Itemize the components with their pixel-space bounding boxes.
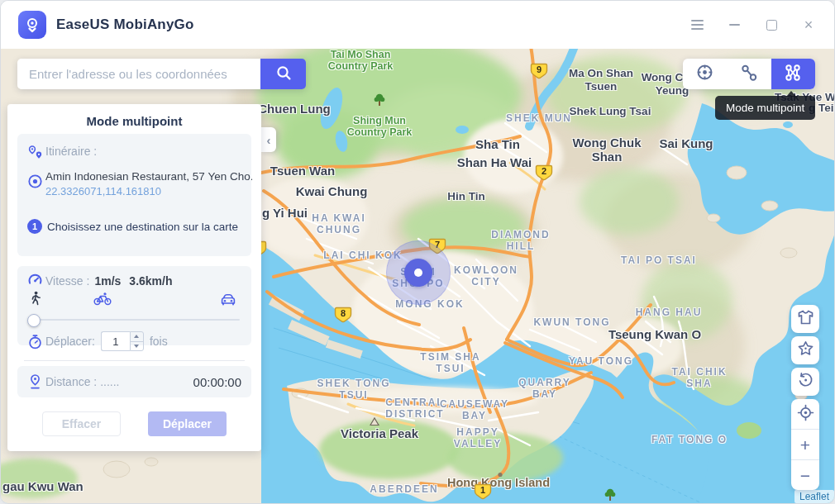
zoom-in-button[interactable]: + [791,429,819,459]
multi-spot-mode-button[interactable] [771,59,815,89]
car-icon[interactable] [220,292,236,309]
map-canvas[interactable]: Tai Mo Shan Country ParkChuen LungShing … [1,49,835,504]
walk-icon[interactable] [29,291,42,309]
map-label: ABERDEEN [370,484,438,496]
speed-value: 1m/s3.6km/h [94,274,172,288]
move-button[interactable]: Déplacer [148,411,227,436]
gauge-icon [27,273,45,288]
map-label: Hin Tin [447,190,485,203]
stepper-down-icon[interactable] [131,342,143,351]
route-shield: 1 [474,483,492,501]
route-shield: 8 [334,307,352,324]
app-title: EaseUS MobiAnyGo [56,17,194,33]
map-label: Kwai Chung [296,184,368,198]
panel-divider [24,360,245,361]
maximize-icon[interactable] [764,17,779,32]
zoom-control-group: + − [791,399,819,490]
two-dots-link-icon [740,64,758,85]
map-label: Tai Mo Shan Country Park [328,49,394,72]
minimize-icon[interactable] [727,17,742,32]
route-pins-icon [27,145,45,161]
target-icon [27,170,45,189]
menu-icon[interactable] [689,17,704,32]
panel-title: Mode multipoint [17,114,251,128]
multi-spot-icon [783,63,803,86]
search-icon [274,64,293,84]
map-label: FAT TONG O [651,435,728,446]
peak-icon [369,415,380,430]
two-spot-mode-button[interactable] [727,59,771,89]
map-label: Shan Ha Wai [457,155,532,169]
mode-toolbar [683,59,815,89]
map-label: Hong Kong Island [447,476,550,490]
zoom-out-button[interactable]: − [791,459,819,490]
teleport-mode-button[interactable] [683,59,727,89]
search-button[interactable] [260,59,306,89]
itinerary-label: Itinéraire : [45,145,97,158]
locate-icon [797,404,814,425]
dot-icon [498,466,503,481]
speed-block: Vitesse : 1m/s3.6km/h [17,266,251,345]
map-label: gau Kwu Wan [2,479,84,493]
count-stepper [130,331,144,351]
map-label: HAPPY VALLEY [454,427,502,450]
map-label: KOWLOON CITY [454,265,518,288]
map-label: Tseung Kwan O [608,327,701,341]
map-label: g Yi Hui [262,206,308,220]
route-shield: 9 [530,63,548,80]
map-label: YAU TONG [569,356,633,368]
clear-button[interactable]: Effacer [42,411,121,436]
leaflet-attribution[interactable]: Leaflet [794,490,834,503]
map-label: Sai Kung [659,136,713,150]
multipoint-panel: Mode multipoint Itinéraire : [7,104,261,451]
chevron-left-icon: ‹ [267,133,271,147]
move-unit: fois [150,335,168,348]
history-icon [797,372,814,392]
speed-slider[interactable] [27,314,241,326]
history-button[interactable] [791,368,819,396]
destination-coordinates: 22.3326071,114.161810 [45,185,252,197]
app-window: EaseUS MobiAnyGo × [0,0,835,504]
map-label: CENTRAL DISTRICT [385,397,444,421]
map-label: Ma On Shan Tsuen [569,67,633,93]
map-label: DIAMOND HILL [491,230,550,253]
map-label: CAUSEWAY BAY [440,399,509,422]
distance-block: Distance : ...... 00:00:00 [17,366,251,397]
stepper-up-icon[interactable] [131,332,143,342]
current-location-marker[interactable] [386,240,451,305]
map-label: SHEK TONG TSUI [317,378,390,402]
step-badge: 1 [27,219,42,234]
route-shield: 2 [535,164,553,182]
move-label: Déplacer: [45,335,95,348]
tree-icon [374,93,385,110]
close-icon[interactable]: × [801,17,816,32]
search-input[interactable] [17,59,260,89]
tshirt-icon [797,309,814,329]
bike-icon[interactable] [93,292,112,309]
distance-pin-icon [27,373,45,390]
speed-label: Vitesse : [45,274,89,288]
mode-tooltip: Mode multipoint [715,96,815,120]
map-label: Tsuen Wan [270,164,335,178]
map-label: TAI PO TSAI [621,255,697,267]
itinerary-block: Itinéraire : Amin Indonesian Restaurant,… [17,134,251,256]
minus-icon: − [800,467,810,484]
panel-collapse-button[interactable]: ‹ [261,127,276,152]
slider-track[interactable] [29,319,240,321]
move-count-input[interactable] [101,331,130,351]
map-label: TSIM SHA TSUI [420,352,480,375]
map-label: QUARRY BAY [518,378,571,401]
stopwatch-icon [27,334,45,349]
plus-icon: + [800,436,810,454]
skin-button[interactable] [791,305,819,333]
locate-button[interactable] [791,399,819,429]
crosshair-icon [695,63,714,85]
map-label: HANG HAU [636,307,703,319]
map-label: Sha Tin [475,137,520,151]
slider-thumb[interactable] [27,314,41,327]
favorites-button[interactable] [791,336,819,364]
map-label: Victoria Peak [341,426,418,440]
map-label: TAI CHIK SHA [671,367,727,390]
star-icon [797,340,814,360]
step-instruction: Choisissez une destination sur la carte [47,221,238,233]
